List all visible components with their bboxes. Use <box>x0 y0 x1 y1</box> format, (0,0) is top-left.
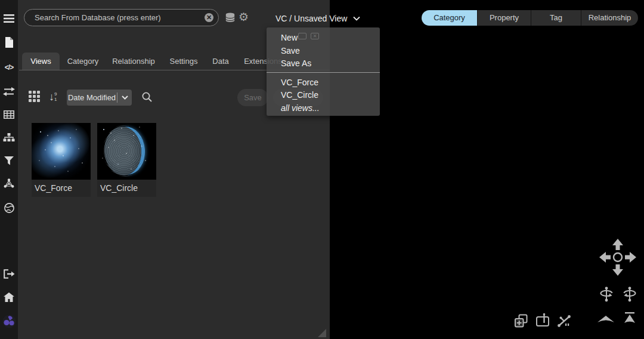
duplicate-view-button[interactable] <box>514 314 528 328</box>
new-window-icon <box>298 33 306 39</box>
globe-icon[interactable] <box>0 200 18 215</box>
view-name-label: VC_Force <box>32 180 91 197</box>
menu-item-save-as[interactable]: Save As <box>281 58 311 68</box>
pan-down-icon <box>612 264 623 276</box>
chevron-down-icon <box>353 16 360 21</box>
view-menu-dropdown: New ✕ Save Save As VC_Force VC_Circle al… <box>267 27 380 116</box>
vc-circle-thumbnail <box>97 123 156 180</box>
database-search-input[interactable]: Search From Database (press enter) ✕ <box>24 9 219 26</box>
rotate-right-button[interactable] <box>622 286 637 303</box>
sort-field-value: Date Modified <box>67 93 117 102</box>
tilt-down-button[interactable] <box>597 314 615 324</box>
grid-view-icon[interactable] <box>29 91 42 104</box>
menu-item-all-views[interactable]: all views... <box>281 103 320 113</box>
icon-rail: </> <box>0 0 18 339</box>
view-selector-label: VC / Unsaved View <box>275 14 347 23</box>
vc-force-thumbnail <box>32 123 91 180</box>
center-view-icon <box>614 253 622 261</box>
swap-arrows-icon[interactable] <box>0 84 18 99</box>
menu-item-vc-force[interactable]: VC_Force <box>281 78 318 87</box>
code-icon[interactable]: </> <box>0 60 18 75</box>
pan-dpad[interactable] <box>598 238 637 277</box>
sign-out-icon[interactable] <box>0 266 18 282</box>
view-selector[interactable]: VC / Unsaved View <box>275 12 360 25</box>
tab-tag-mode[interactable]: Tag <box>531 10 581 26</box>
tab-property-mode[interactable]: Property <box>477 10 531 26</box>
menu-divider <box>267 72 380 73</box>
filter-icon[interactable] <box>0 153 18 168</box>
home-icon[interactable] <box>0 289 18 305</box>
network-graph-icon[interactable] <box>0 175 18 191</box>
tab-views[interactable]: Views <box>22 53 60 70</box>
app-logo[interactable] <box>0 313 18 329</box>
pan-up-icon <box>612 239 623 250</box>
tab-category[interactable]: Category <box>63 53 103 70</box>
clear-search-icon[interactable]: ✕ <box>205 13 213 22</box>
view-name-label: VC_Circle <box>97 180 156 197</box>
sort-field-select[interactable]: Date Modified <box>67 90 132 106</box>
table-icon[interactable] <box>0 107 18 122</box>
search-views-icon[interactable] <box>142 92 152 102</box>
canvas-mode-tabs: Category Property Tag Relationship <box>422 10 638 26</box>
document-icon[interactable] <box>0 35 18 50</box>
hierarchy-icon[interactable] <box>0 130 18 145</box>
menu-icon[interactable] <box>0 11 18 26</box>
menu-item-save[interactable]: Save <box>281 46 300 56</box>
sort-descending-icon[interactable]: ↓ 91 <box>49 90 57 104</box>
gear-icon[interactable]: ⚙ <box>239 8 249 26</box>
search-placeholder: Search From Database (press enter) <box>35 13 205 22</box>
database-icon[interactable] <box>225 13 235 23</box>
menu-item-new[interactable]: New <box>281 33 298 42</box>
pan-right-icon <box>625 252 636 263</box>
save-button[interactable]: Save <box>237 89 268 106</box>
close-window-icon: ✕ <box>311 33 319 39</box>
view-card-vc-force[interactable]: VC_Force <box>32 123 91 197</box>
joint-tool-button[interactable] <box>557 314 572 328</box>
pan-left-icon <box>599 252 611 263</box>
tab-settings[interactable]: Settings <box>165 53 203 70</box>
tab-category-mode[interactable]: Category <box>422 10 477 26</box>
chevron-down-icon <box>117 95 132 100</box>
tilt-up-button[interactable] <box>623 312 637 324</box>
tab-data[interactable]: Data <box>208 53 234 70</box>
rotate-left-button[interactable] <box>599 286 614 303</box>
tab-relationship[interactable]: Relationship <box>107 53 160 70</box>
tab-relationship-mode[interactable]: Relationship <box>581 10 638 26</box>
panel-resize-handle[interactable] <box>318 329 326 337</box>
view-card-vc-circle[interactable]: VC_Circle <box>97 123 156 197</box>
menu-item-vc-circle[interactable]: VC_Circle <box>281 90 318 100</box>
capture-view-button[interactable] <box>535 313 551 328</box>
